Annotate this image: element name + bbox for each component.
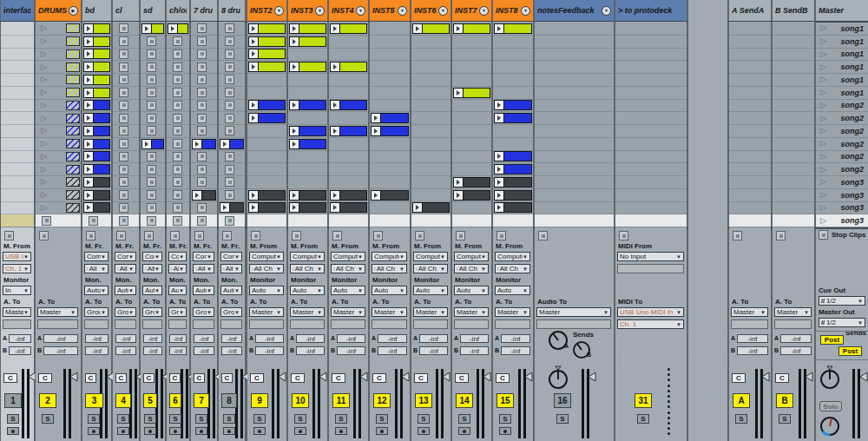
- clip-stop-button[interactable]: [197, 88, 207, 97]
- clip-slot[interactable]: [1, 49, 34, 62]
- clip-slot[interactable]: [288, 163, 327, 176]
- input-type-chooser[interactable]: Compute▼: [372, 252, 407, 261]
- clip-stop-button[interactable]: [225, 49, 234, 59]
- send-a-amount[interactable]: -inf: [169, 334, 187, 343]
- clip-slot[interactable]: [329, 214, 368, 227]
- post-toggle-send-b[interactable]: Post: [838, 346, 862, 356]
- clip-stop-button[interactable]: [173, 101, 182, 110]
- track-header-inst5[interactable]: INST5▼: [370, 0, 410, 22]
- clip-slot[interactable]: [219, 23, 245, 36]
- scene-launch-icon[interactable]: ▷: [820, 191, 826, 199]
- dropdown-icon[interactable]: ▼: [479, 6, 489, 16]
- input-type-chooser[interactable]: Compute▼: [249, 252, 284, 261]
- clip-slot[interactable]: [167, 87, 189, 100]
- arm-button[interactable]: [499, 427, 511, 435]
- clip[interactable]: [83, 139, 110, 149]
- clip-slot[interactable]: [82, 189, 111, 202]
- clip-slot[interactable]: [370, 202, 410, 215]
- clip-slot[interactable]: [411, 49, 450, 62]
- clip[interactable]: [83, 113, 110, 123]
- pan-control[interactable]: C: [455, 373, 469, 383]
- clip-slot[interactable]: [219, 214, 245, 227]
- clip-slot[interactable]: [615, 151, 687, 164]
- clip-slot[interactable]: [615, 87, 687, 100]
- clip-slot[interactable]: [167, 176, 189, 189]
- clip-slot[interactable]: [191, 87, 217, 100]
- track-activator[interactable]: 10: [292, 393, 309, 408]
- pan-control[interactable]: C: [250, 373, 264, 383]
- send-a-amount[interactable]: -inf: [9, 334, 31, 343]
- scene-launch-icon[interactable]: ▷: [820, 102, 826, 109]
- clip-launch-icon[interactable]: ▷: [41, 24, 47, 32]
- clip-launch-icon[interactable]: ▷: [41, 115, 47, 122]
- clip-slot[interactable]: [773, 36, 814, 49]
- clip-slot[interactable]: [1, 112, 34, 125]
- clip-stop-button[interactable]: [173, 114, 182, 123]
- input-type-chooser[interactable]: Com▼: [142, 252, 162, 261]
- send-b-amount[interactable]: -inf: [337, 346, 365, 355]
- clip-slot[interactable]: [773, 163, 814, 176]
- arm-button[interactable]: [418, 427, 430, 435]
- clip-slot[interactable]: [167, 189, 189, 202]
- clip-stop-button[interactable]: [225, 114, 234, 123]
- clip-slot[interactable]: [729, 23, 771, 36]
- clip-slot[interactable]: [370, 36, 410, 49]
- clip[interactable]: [83, 75, 110, 85]
- clip-slot[interactable]: [329, 36, 368, 49]
- clip[interactable]: [83, 126, 110, 136]
- input-channel-chooser[interactable]: ⁞All Ch▼: [413, 264, 448, 273]
- scene-launch-icon[interactable]: ▷: [820, 178, 826, 186]
- send-a-amount[interactable]: -inf: [737, 334, 768, 343]
- send-a-amount[interactable]: -inf: [378, 334, 407, 343]
- clip[interactable]: [248, 202, 286, 213]
- output-type-chooser[interactable]: Master▼: [372, 307, 407, 317]
- send-b-amount[interactable]: -inf: [378, 346, 407, 355]
- clip-slot[interactable]: [1, 138, 34, 151]
- clip-stop-button[interactable]: [225, 216, 234, 226]
- clip[interactable]: [83, 62, 110, 72]
- clip[interactable]: [83, 49, 110, 59]
- clip-slot[interactable]: [535, 214, 614, 227]
- clip-slot[interactable]: [452, 49, 491, 62]
- track-stop-button[interactable]: [86, 231, 95, 240]
- input-type-chooser[interactable]: Compute▼: [495, 252, 530, 261]
- clip-slot[interactable]: [167, 74, 189, 87]
- input-type-chooser[interactable]: Com▼: [193, 252, 214, 261]
- track-header-drums[interactable]: DRUMS▶: [36, 0, 81, 22]
- clip-stop-button[interactable]: [119, 165, 128, 174]
- send-b-amount[interactable]: -inf: [419, 346, 448, 355]
- clip-slot[interactable]: [329, 151, 368, 164]
- clip-launch-icon[interactable]: ▷: [41, 166, 47, 174]
- track-header-choh[interactable]: ch/oh: [167, 0, 189, 22]
- scene-launch-icon[interactable]: ▷: [820, 63, 826, 71]
- clip-slot[interactable]: [113, 151, 139, 164]
- clip-slot[interactable]: [219, 61, 245, 74]
- input-type-chooser[interactable]: Compute▼: [413, 252, 448, 261]
- output-type-chooser[interactable]: Master▼: [454, 307, 489, 317]
- output-type-chooser[interactable]: Grou▼: [220, 307, 242, 317]
- clip-slot[interactable]: [773, 151, 814, 164]
- clip-slot[interactable]: [370, 100, 410, 113]
- clip-slot[interactable]: [247, 176, 286, 189]
- clip-slot[interactable]: [82, 61, 111, 74]
- clip-slot[interactable]: [113, 36, 139, 49]
- track-header-8dru[interactable]: 8 dru: [219, 0, 245, 22]
- clip-slot[interactable]: [773, 138, 814, 151]
- clip-slot[interactable]: [615, 36, 687, 49]
- clip-stop-button[interactable]: [225, 88, 234, 97]
- track-stop-button[interactable]: [170, 231, 180, 240]
- track-stop-button[interactable]: [496, 231, 506, 240]
- dropdown-icon[interactable]: ▼: [602, 6, 611, 16]
- clip-slot[interactable]: ▷: [36, 202, 81, 215]
- clip-slot[interactable]: [191, 151, 217, 164]
- clip-stop-button[interactable]: [119, 203, 128, 213]
- clip-slot[interactable]: [1, 23, 34, 36]
- input-channel-chooser[interactable]: ⁞All Ch▼: [249, 264, 284, 273]
- arm-button[interactable]: [335, 427, 347, 435]
- pan-control[interactable]: C: [372, 373, 386, 383]
- clip-slot[interactable]: [493, 202, 533, 215]
- clip-slot[interactable]: ▷: [36, 61, 81, 74]
- clip-stop-button[interactable]: [89, 216, 98, 226]
- clip-slot[interactable]: [288, 23, 327, 36]
- clip-slot[interactable]: [493, 214, 533, 227]
